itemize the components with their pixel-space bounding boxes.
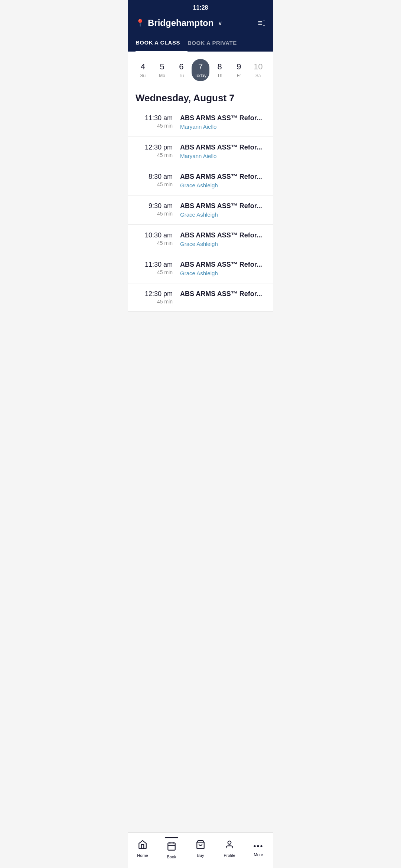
class-time: 12:30 pm 45 min xyxy=(136,144,173,158)
day-label: Fr xyxy=(237,73,241,78)
day-label: Su xyxy=(140,73,146,78)
tab-book-private[interactable]: BOOK A PRIVATE xyxy=(188,34,244,52)
class-item[interactable]: 11:30 am 45 min ABS ARMS ASS™ Refor... G… xyxy=(128,254,273,283)
location-selector[interactable]: 📍 Bridgehampton ∨ xyxy=(136,18,222,28)
class-name: ABS ARMS ASS™ Refor... xyxy=(180,261,265,269)
class-item[interactable]: 11:30 am 45 min ABS ARMS ASS™ Refor... M… xyxy=(128,108,273,137)
status-bar: 11:28 xyxy=(136,0,265,14)
day-label: Tu xyxy=(179,73,184,78)
class-name: ABS ARMS ASS™ Refor... xyxy=(180,231,265,239)
day-label: Mo xyxy=(159,73,165,78)
class-instructor: Grace Ashleigh xyxy=(180,211,265,218)
class-time-main: 11:30 am xyxy=(136,261,173,269)
class-time-main: 9:30 am xyxy=(136,202,173,210)
class-item[interactable]: 12:30 pm 45 min ABS ARMS ASS™ Refor... M… xyxy=(128,137,273,166)
class-time: 11:30 am 45 min xyxy=(136,261,173,275)
status-time: 11:28 xyxy=(193,4,208,11)
class-name: ABS ARMS ASS™ Refor... xyxy=(180,202,265,210)
tab-book-class[interactable]: BOOK A CLASS xyxy=(136,34,188,52)
class-info: ABS ARMS ASS™ Refor... Grace Ashleigh xyxy=(180,261,265,276)
class-duration: 45 min xyxy=(136,269,173,275)
calendar-day-4[interactable]: 4 Su xyxy=(134,59,152,81)
day-number: 9 xyxy=(237,62,241,72)
calendar-section: 4 Su 5 Mo 6 Tu 7 Today 8 Th 9 Fr 10 Sa xyxy=(128,52,273,85)
class-info: ABS ARMS ASS™ Refor... Grace Ashleigh xyxy=(180,231,265,247)
location-pin-icon: 📍 xyxy=(136,19,145,27)
class-item[interactable]: 9:30 am 45 min ABS ARMS ASS™ Refor... Gr… xyxy=(128,195,273,225)
date-heading: Wednesday, August 7 xyxy=(128,85,273,108)
class-duration: 45 min xyxy=(136,152,173,158)
class-info: ABS ARMS ASS™ Refor... Grace Ashleigh xyxy=(180,173,265,188)
class-info: ABS ARMS ASS™ Refor... Maryann Aiello xyxy=(180,144,265,159)
class-info: ABS ARMS ASS™ Refor... Grace Ashleigh xyxy=(180,202,265,218)
chevron-down-icon: ∨ xyxy=(218,20,222,27)
class-time: 10:30 am 45 min xyxy=(136,231,173,246)
class-info: ABS ARMS ASS™ Refor... xyxy=(180,290,265,299)
class-name: ABS ARMS ASS™ Refor... xyxy=(180,173,265,181)
day-number: 10 xyxy=(254,62,263,72)
class-time: 9:30 am 45 min xyxy=(136,202,173,217)
class-instructor: Maryann Aiello xyxy=(180,153,265,159)
day-number: 5 xyxy=(160,62,164,72)
class-list: 11:30 am 45 min ABS ARMS ASS™ Refor... M… xyxy=(128,108,273,312)
class-item[interactable]: 8:30 am 45 min ABS ARMS ASS™ Refor... Gr… xyxy=(128,166,273,195)
class-time: 8:30 am 45 min xyxy=(136,173,173,187)
filter-icon[interactable]: ≡⃝ xyxy=(258,18,265,28)
calendar-day-10[interactable]: 10 Sa xyxy=(249,59,267,81)
class-duration: 45 min xyxy=(136,240,173,246)
calendar-day-9[interactable]: 9 Fr xyxy=(230,59,248,81)
days-row: 4 Su 5 Mo 6 Tu 7 Today 8 Th 9 Fr 10 Sa xyxy=(134,59,267,81)
calendar-day-5[interactable]: 5 Mo xyxy=(153,59,171,81)
class-time-main: 8:30 am xyxy=(136,173,173,181)
class-time-main: 12:30 pm xyxy=(136,144,173,151)
class-instructor: Grace Ashleigh xyxy=(180,241,265,247)
day-label: Today xyxy=(195,73,206,78)
class-time: 11:30 am 45 min xyxy=(136,114,173,129)
class-time: 12:30 pm 45 min xyxy=(136,290,173,305)
class-item[interactable]: 12:30 pm 45 min ABS ARMS ASS™ Refor... xyxy=(128,283,273,312)
booking-tabs: BOOK A CLASS BOOK A PRIVATE xyxy=(136,34,265,52)
class-duration: 45 min xyxy=(136,123,173,129)
class-duration: 45 min xyxy=(136,181,173,187)
calendar-day-7[interactable]: 7 Today xyxy=(192,59,209,81)
class-instructor: Grace Ashleigh xyxy=(180,182,265,188)
day-label: Th xyxy=(217,73,222,78)
class-instructor: Grace Ashleigh xyxy=(180,270,265,276)
class-name: ABS ARMS ASS™ Refor... xyxy=(180,290,265,298)
class-time-main: 11:30 am xyxy=(136,114,173,122)
day-number: 7 xyxy=(198,62,203,72)
class-info: ABS ARMS ASS™ Refor... Maryann Aiello xyxy=(180,114,265,130)
class-instructor: Maryann Aiello xyxy=(180,124,265,130)
day-number: 6 xyxy=(179,62,183,72)
calendar-day-6[interactable]: 6 Tu xyxy=(172,59,190,81)
day-number: 4 xyxy=(141,62,145,72)
class-name: ABS ARMS ASS™ Refor... xyxy=(180,114,265,122)
class-time-main: 10:30 am xyxy=(136,231,173,239)
calendar-day-8[interactable]: 8 Th xyxy=(211,59,229,81)
class-item[interactable]: 10:30 am 45 min ABS ARMS ASS™ Refor... G… xyxy=(128,225,273,254)
class-duration: 45 min xyxy=(136,299,173,305)
class-name: ABS ARMS ASS™ Refor... xyxy=(180,144,265,151)
day-number: 8 xyxy=(218,62,222,72)
class-time-main: 12:30 pm xyxy=(136,290,173,298)
location-row: 📍 Bridgehampton ∨ ≡⃝ xyxy=(136,14,265,34)
class-duration: 45 min xyxy=(136,211,173,217)
day-label: Sa xyxy=(255,73,261,78)
app-header: 11:28 📍 Bridgehampton ∨ ≡⃝ BOOK A CLASS … xyxy=(128,0,273,52)
location-name: Bridgehampton xyxy=(148,18,213,28)
